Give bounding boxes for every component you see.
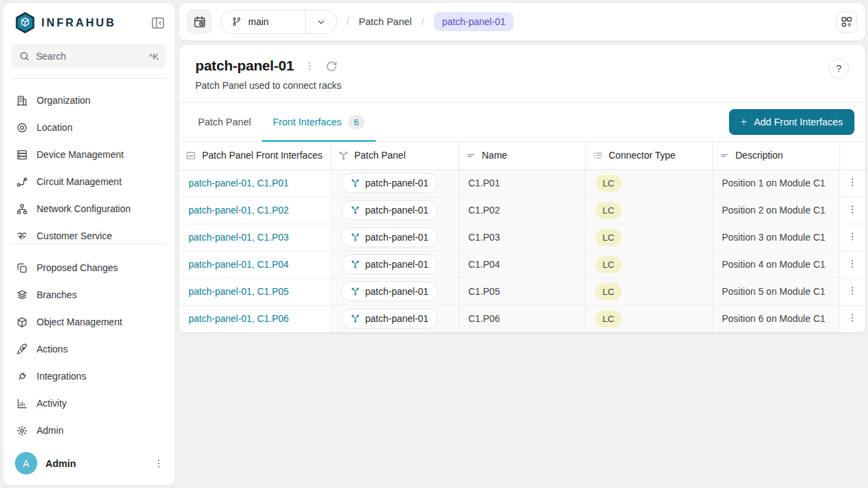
- sidebar-item-proposed-changes[interactable]: Proposed Changes: [3, 254, 175, 281]
- sidebar-item-integrations[interactable]: Integrations: [3, 363, 175, 390]
- kebab-icon: [847, 231, 858, 242]
- name-cell: C1.P03: [458, 224, 585, 251]
- table-row: patch-panel-01, C1.P03 patch-panel-01 C1…: [179, 224, 865, 251]
- breadcrumb-item-current[interactable]: patch-panel-01: [434, 12, 513, 31]
- time-travel-button[interactable]: [187, 9, 212, 34]
- schema-icon: [840, 16, 853, 28]
- sidebar-item-label: Branches: [37, 289, 77, 300]
- location-icon: [16, 122, 28, 134]
- branch-dropdown-toggle[interactable]: [305, 10, 336, 33]
- column-header-connector-type[interactable]: Connector Type: [585, 142, 712, 169]
- sidebar-nav-scroll-area[interactable]: Organization Location Device Management …: [3, 87, 175, 241]
- row-actions-button[interactable]: [847, 231, 858, 242]
- add-front-interfaces-button[interactable]: + Add Front Interfaces: [729, 109, 854, 135]
- sidebar-item-network-configuration[interactable]: Network Configuration: [3, 195, 175, 222]
- search-input[interactable]: [36, 51, 142, 62]
- gear-icon: [16, 425, 28, 436]
- merge-icon: [351, 205, 360, 215]
- interface-link[interactable]: patch-panel-01, C1.P06: [189, 313, 289, 324]
- content-panel: patch-panel-01 Patch Panel used to conne…: [179, 45, 865, 333]
- column-header-patch-panel[interactable]: Patch Panel: [331, 142, 458, 169]
- search-icon: [19, 51, 30, 62]
- refresh-icon: [326, 60, 338, 73]
- row-actions-button[interactable]: [847, 177, 858, 188]
- sidebar-item-device-management[interactable]: Device Management: [3, 141, 175, 168]
- row-actions-button[interactable]: [847, 258, 858, 269]
- row-actions-button[interactable]: [847, 285, 858, 296]
- column-header-description[interactable]: Description: [712, 142, 840, 169]
- server-icon: [16, 149, 28, 161]
- patch-panel-chip[interactable]: patch-panel-01: [341, 254, 438, 274]
- patch-panel-chip[interactable]: patch-panel-01: [341, 281, 438, 302]
- layers-icon: [16, 289, 28, 301]
- help-button[interactable]: ?: [829, 58, 849, 79]
- interface-link[interactable]: patch-panel-01, C1.P05: [189, 286, 289, 297]
- logo-row: INFRAHUB: [3, 3, 175, 39]
- sidebar-item-circuit-management[interactable]: Circuit Management: [3, 168, 175, 195]
- interface-link[interactable]: patch-panel-01, C1.P04: [189, 259, 289, 270]
- interface-link[interactable]: patch-panel-01, C1.P01: [189, 178, 289, 188]
- main-column: main / Patch Panel / patch-panel-01 patc…: [179, 3, 865, 485]
- merge-icon: [351, 287, 360, 296]
- patch-panel-chip[interactable]: patch-panel-01: [341, 173, 438, 193]
- description-cell: Position 5 on Module C1: [712, 278, 840, 305]
- description-cell: Position 3 on Module C1: [712, 224, 840, 251]
- sidebar-item-customer-service[interactable]: Customer Service: [3, 222, 175, 241]
- patch-panel-chip[interactable]: patch-panel-01: [341, 200, 438, 220]
- kebab-icon: [153, 458, 164, 469]
- table-row: patch-panel-01, C1.P05 patch-panel-01 C1…: [179, 278, 865, 305]
- connector-type-badge: LC: [595, 310, 622, 327]
- kebab-icon: [847, 177, 858, 188]
- merge-icon: [338, 150, 349, 161]
- branch-selector[interactable]: main: [220, 9, 337, 34]
- text-icon: [466, 150, 476, 161]
- column-header-name[interactable]: Name: [458, 142, 585, 169]
- interface-link[interactable]: patch-panel-01, C1.P03: [189, 232, 289, 243]
- sidebar-item-actions[interactable]: Actions: [3, 336, 175, 363]
- sidebar-item-label: Integrations: [37, 371, 86, 382]
- sidebar-item-label: Location: [37, 122, 73, 133]
- sidebar-item-location[interactable]: Location: [3, 114, 175, 141]
- patch-panel-chip[interactable]: patch-panel-01: [341, 227, 438, 247]
- building-icon: [16, 95, 28, 106]
- sidebar-nav-objects: Organization Location Device Management …: [3, 87, 175, 241]
- kebab-icon: [847, 285, 858, 296]
- interface-link[interactable]: patch-panel-01, C1.P02: [189, 205, 289, 216]
- sidebar-item-organization[interactable]: Organization: [3, 87, 175, 114]
- column-header-front-interfaces[interactable]: Patch Panel Front Interfaces: [179, 142, 331, 169]
- patch-panel-chip-label: patch-panel-01: [366, 286, 429, 297]
- schema-visualizer-button[interactable]: [836, 12, 857, 33]
- page-description: Patch Panel used to connect racks: [195, 80, 849, 91]
- tab-front-interfaces[interactable]: Front Interfaces 6: [262, 103, 376, 141]
- brand-wordmark: INFRAHUB: [41, 16, 144, 29]
- sidebar-collapse-button[interactable]: [151, 16, 165, 30]
- breadcrumb-item-patch-panel[interactable]: Patch Panel: [359, 16, 412, 27]
- sidebar-nav-system: Proposed Changes Branches Object Managem…: [3, 254, 175, 444]
- description-cell: Position 2 on Module C1: [712, 197, 840, 224]
- name-cell: C1.P01: [458, 169, 585, 197]
- sidebar-item-label: Object Management: [37, 317, 122, 327]
- merge-icon: [351, 178, 360, 188]
- sidebar-item-admin[interactable]: Admin: [3, 417, 175, 444]
- plus-icon: +: [741, 115, 747, 129]
- sidebar-item-branches[interactable]: Branches: [3, 281, 175, 308]
- refresh-button[interactable]: [326, 60, 337, 72]
- connector-type-badge: LC: [595, 175, 622, 192]
- cube-icon: [16, 317, 28, 328]
- sidebar-item-label: Actions: [37, 344, 68, 354]
- patch-panel-chip[interactable]: patch-panel-01: [341, 308, 438, 329]
- sidebar-item-label: Network Configuration: [37, 203, 131, 214]
- sidebar-item-label: Customer Service: [37, 230, 112, 241]
- merge-icon: [351, 260, 360, 269]
- object-menu-button[interactable]: [304, 60, 315, 72]
- search-box[interactable]: ^K: [11, 44, 167, 68]
- sidebar-item-label: Circuit Management: [37, 176, 121, 187]
- user-menu-button[interactable]: [153, 458, 164, 469]
- sidebar-item-object-management[interactable]: Object Management: [3, 308, 175, 336]
- row-actions-button[interactable]: [847, 312, 858, 323]
- tab-patch-panel[interactable]: Patch Panel: [187, 103, 262, 141]
- sidebar-item-activity[interactable]: Activity: [3, 390, 175, 417]
- table-header-row: Patch Panel Front Interfaces Patch Panel…: [179, 142, 865, 169]
- row-actions-button[interactable]: [847, 204, 858, 215]
- patch-panel-chip-label: patch-panel-01: [366, 205, 429, 216]
